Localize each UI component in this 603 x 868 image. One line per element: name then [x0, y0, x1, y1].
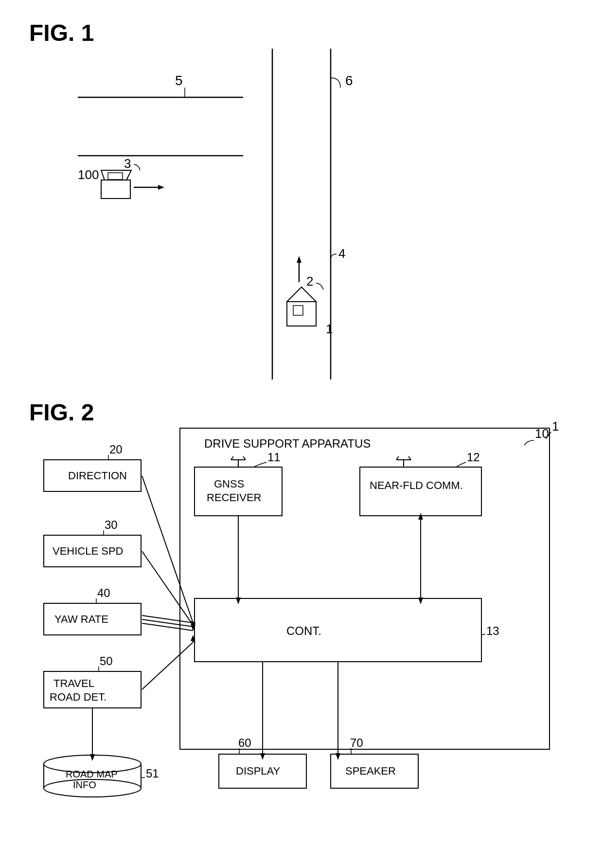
svg-text:RECEIVER: RECEIVER	[207, 491, 261, 504]
page: FIG. 1 5 6 100 3	[0, 0, 603, 868]
svg-marker-78	[90, 754, 95, 761]
svg-line-65	[142, 623, 193, 631]
svg-text:ROAD DET.: ROAD DET.	[50, 691, 106, 703]
svg-text:6: 6	[345, 73, 353, 88]
svg-text:DISPLAY: DISPLAY	[236, 765, 281, 777]
svg-text:70: 70	[350, 736, 363, 749]
svg-text:YAW RATE: YAW RATE	[54, 613, 108, 625]
svg-text:SPEAKER: SPEAKER	[345, 765, 396, 777]
svg-line-52	[142, 476, 193, 623]
svg-line-57	[142, 551, 193, 625]
svg-marker-20	[297, 256, 302, 263]
svg-rect-34	[360, 467, 481, 516]
svg-text:12: 12	[467, 451, 480, 464]
svg-rect-22	[180, 428, 550, 749]
svg-text:20: 20	[109, 443, 123, 456]
svg-marker-9	[101, 170, 131, 180]
svg-text:TRAVEL: TRAVEL	[53, 677, 94, 689]
svg-line-79	[142, 642, 193, 689]
svg-line-32	[243, 456, 246, 460]
svg-text:51: 51	[146, 767, 159, 780]
svg-text:DIRECTION: DIRECTION	[68, 470, 127, 482]
svg-text:60: 60	[238, 736, 251, 749]
svg-marker-14	[287, 287, 316, 302]
svg-text:CONT.: CONT.	[286, 624, 321, 637]
svg-text:13: 13	[486, 624, 499, 637]
svg-text:VEHICLE SPD: VEHICLE SPD	[53, 545, 124, 557]
svg-line-64	[142, 619, 193, 627]
svg-text:2: 2	[306, 274, 313, 289]
svg-line-62	[142, 615, 193, 623]
svg-text:DRIVE SUPPORT APPARATUS: DRIVE SUPPORT APPARATUS	[204, 437, 371, 450]
svg-text:40: 40	[97, 586, 110, 599]
fig1-diagram: 5 6 100 3 1 2 4	[29, 29, 564, 380]
svg-marker-47	[418, 597, 423, 604]
svg-rect-16	[293, 306, 303, 315]
svg-text:1: 1	[552, 419, 559, 434]
svg-text:INFO: INFO	[73, 779, 96, 790]
svg-text:NEAR-FLD COMM.: NEAR-FLD COMM.	[370, 479, 463, 491]
svg-text:11: 11	[267, 451, 281, 464]
svg-line-39	[408, 456, 411, 460]
svg-text:ROAD MAP: ROAD MAP	[66, 769, 118, 779]
svg-text:1: 1	[326, 322, 333, 336]
svg-line-38	[396, 456, 399, 460]
svg-text:30: 30	[105, 518, 118, 531]
svg-rect-8	[101, 180, 130, 199]
svg-marker-90	[336, 753, 340, 760]
svg-text:100: 100	[78, 167, 99, 182]
svg-rect-10	[108, 173, 123, 180]
svg-marker-12	[158, 185, 164, 190]
svg-text:GNSS: GNSS	[214, 478, 244, 490]
svg-marker-45	[236, 597, 241, 604]
svg-text:50: 50	[100, 654, 113, 668]
svg-text:10: 10	[535, 426, 549, 441]
svg-text:5: 5	[175, 73, 183, 88]
svg-line-31	[231, 456, 233, 460]
svg-marker-85	[260, 753, 265, 760]
svg-text:4: 4	[338, 246, 345, 261]
fig2-diagram: DRIVE SUPPORT APPARATUS 10 1 GNSS RECEIV…	[29, 409, 564, 847]
svg-text:3: 3	[124, 156, 131, 171]
svg-rect-41	[195, 598, 481, 662]
